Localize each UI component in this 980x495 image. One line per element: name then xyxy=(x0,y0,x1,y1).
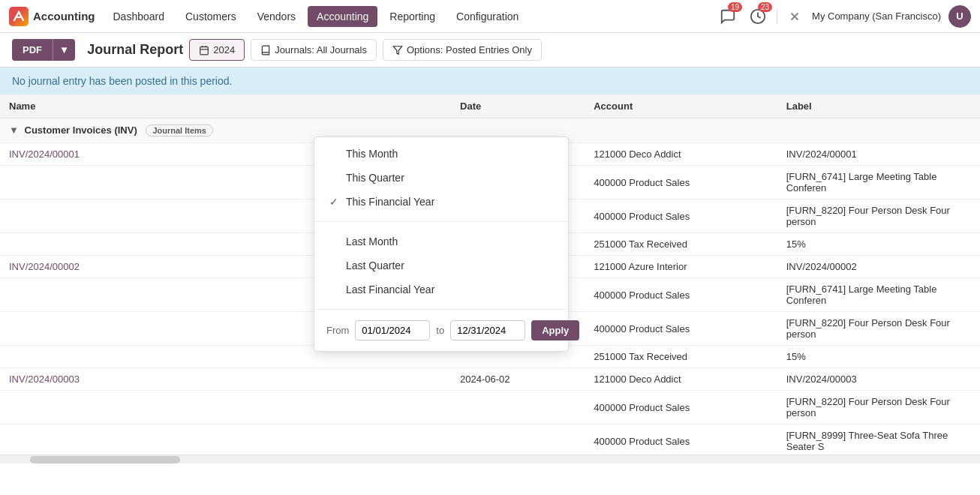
col-header-date xyxy=(336,94,452,118)
to-date-input[interactable] xyxy=(450,320,525,340)
empty-cell xyxy=(567,143,585,166)
label-cell: [FURN_8999] Three-Seat Sofa Three Seater… xyxy=(777,424,980,455)
activities-button[interactable]: 23 xyxy=(747,5,769,28)
label-cell: [FURN_6741] Large Meeting Table Conferen xyxy=(777,278,980,312)
options-filter-button[interactable]: Options: Posted Entries Only xyxy=(383,39,542,61)
this-month-option[interactable]: This Month xyxy=(314,142,568,166)
dropdown-section-last: Last Month Last Quarter Last Financial Y… xyxy=(314,225,568,306)
col-header-date2: Date xyxy=(451,94,567,118)
account-cell: 400000 Product Sales xyxy=(585,200,777,233)
account-cell: 121000 Azure Interior xyxy=(585,256,777,278)
journals-filter-button[interactable]: Journals: All Journals xyxy=(251,39,377,61)
info-banner: No journal entry has been posted in this… xyxy=(0,68,980,94)
messages-badge: 19 xyxy=(728,2,742,12)
account-cell: 251000 Tax Received xyxy=(585,233,777,256)
journal-icon xyxy=(260,45,271,56)
dropdown-divider-2 xyxy=(314,309,568,310)
journal-badge: Journal Items xyxy=(146,124,213,136)
label-cell: [FURN_6741] Large Meeting Table Conferen xyxy=(777,166,980,200)
last-financial-year-option[interactable]: Last Financial Year xyxy=(314,278,568,302)
account-cell: 251000 Tax Received xyxy=(585,346,777,368)
nav-dashboard[interactable]: Dashboard xyxy=(104,6,174,27)
svg-marker-7 xyxy=(393,46,402,54)
dropdown-divider xyxy=(314,221,568,222)
pdf-button[interactable]: PDF xyxy=(12,39,53,61)
this-financial-year-option[interactable]: ✓ This Financial Year xyxy=(314,190,568,214)
close-button[interactable] xyxy=(785,7,804,26)
pdf-button-group: PDF ▼ xyxy=(12,39,75,61)
dropdown-section-current: This Month This Quarter ✓ This Financial… xyxy=(314,137,568,218)
nav-separator xyxy=(777,9,777,24)
account-cell: 400000 Product Sales xyxy=(585,166,777,200)
horizontal-scrollbar[interactable] xyxy=(0,454,980,464)
from-date-input[interactable] xyxy=(355,320,430,340)
date-filter-dropdown: This Month This Quarter ✓ This Financial… xyxy=(314,136,569,352)
label-cell: [FURN_8220] Four Person Desk Four person xyxy=(777,312,980,346)
col-header-label: Label xyxy=(777,94,980,118)
year-filter-button[interactable]: 2024 xyxy=(189,39,245,61)
section-toggle[interactable]: ▼ xyxy=(9,124,19,136)
journals-filter-label: Journals: All Journals xyxy=(275,44,367,56)
col-header-name: Name xyxy=(0,94,336,118)
toolbar: PDF ▼ Journal Report 2024 Journals: All … xyxy=(0,33,980,68)
col-header-account: Account xyxy=(585,94,777,118)
main-content: Name Date Account Label ▼ Customer Invoi… xyxy=(0,94,980,454)
activities-badge: 23 xyxy=(758,2,772,12)
empty-cell xyxy=(567,256,585,278)
logo-icon xyxy=(9,7,29,26)
apply-button[interactable]: Apply xyxy=(531,320,579,340)
account-cell: 121000 Deco Addict xyxy=(585,368,777,391)
messages-button[interactable]: 19 xyxy=(717,5,739,28)
empty-cell xyxy=(567,368,585,391)
company-name[interactable]: My Company (San Francisco) xyxy=(812,10,941,22)
account-cell: 400000 Product Sales xyxy=(585,278,777,312)
label-cell: 15% xyxy=(777,346,980,368)
info-banner-text: No journal entry has been posted in this… xyxy=(12,75,232,87)
nav-customers[interactable]: Customers xyxy=(176,6,245,27)
table-row: 400000 Product Sales [FURN_8999] Three-S… xyxy=(0,424,980,455)
label-cell: INV/2024/00002 xyxy=(777,256,980,278)
app-title: Accounting xyxy=(33,10,95,22)
date-cell: 2024-06-02 xyxy=(451,368,567,391)
section-title: Customer Invoices (INV) xyxy=(25,124,137,136)
user-avatar[interactable]: U xyxy=(948,5,971,28)
label-cell: [FURN_8220] Four Person Desk Four person xyxy=(777,200,980,233)
pdf-dropdown-button[interactable]: ▼ xyxy=(53,39,75,61)
page-title: Journal Report xyxy=(87,42,183,58)
nav-accounting[interactable]: Accounting xyxy=(308,6,377,27)
account-cell: 121000 Deco Addict xyxy=(585,143,777,166)
last-month-option[interactable]: Last Month xyxy=(314,230,568,254)
table-row: 400000 Product Sales [FURN_8220] Four Pe… xyxy=(0,391,980,424)
this-quarter-option[interactable]: This Quarter xyxy=(314,166,568,190)
last-quarter-option[interactable]: Last Quarter xyxy=(314,254,568,278)
invoice-link-1[interactable]: INV/2024/00001 xyxy=(9,148,80,160)
account-cell: 400000 Product Sales xyxy=(585,424,777,455)
options-filter-label: Options: Posted Entries Only xyxy=(407,44,532,56)
label-cell: 15% xyxy=(777,233,980,256)
filter-icon xyxy=(392,45,403,56)
nav-right-area: 19 23 My Company (San Francisco) U xyxy=(717,5,971,28)
label-cell: INV/2024/00001 xyxy=(777,143,980,166)
invoice-link-2[interactable]: INV/2024/00002 xyxy=(9,261,80,272)
svg-rect-3 xyxy=(200,46,209,55)
col-header-empty xyxy=(567,94,585,118)
table-row: INV/2024/00003 2024-06-02 121000 Deco Ad… xyxy=(0,368,980,391)
calendar-icon xyxy=(199,45,209,56)
app-logo[interactable]: Accounting xyxy=(9,7,95,26)
from-label: From xyxy=(326,325,349,336)
account-cell: 400000 Product Sales xyxy=(585,391,777,424)
label-cell: [FURN_8220] Four Person Desk Four person xyxy=(777,391,980,424)
scroll-thumb[interactable] xyxy=(30,456,180,464)
year-filter-label: 2024 xyxy=(213,44,235,56)
nav-configuration[interactable]: Configuration xyxy=(447,6,528,27)
account-cell: 400000 Product Sales xyxy=(585,312,777,346)
invoice-link-3[interactable]: INV/2024/00003 xyxy=(9,374,80,385)
top-navigation: Accounting Dashboard Customers Vendors A… xyxy=(0,0,980,33)
nav-vendors[interactable]: Vendors xyxy=(248,6,305,27)
date-range-row: From to Apply xyxy=(314,313,568,351)
label-cell: INV/2024/00003 xyxy=(777,368,980,391)
to-label: to xyxy=(436,325,444,336)
nav-reporting[interactable]: Reporting xyxy=(380,6,444,27)
